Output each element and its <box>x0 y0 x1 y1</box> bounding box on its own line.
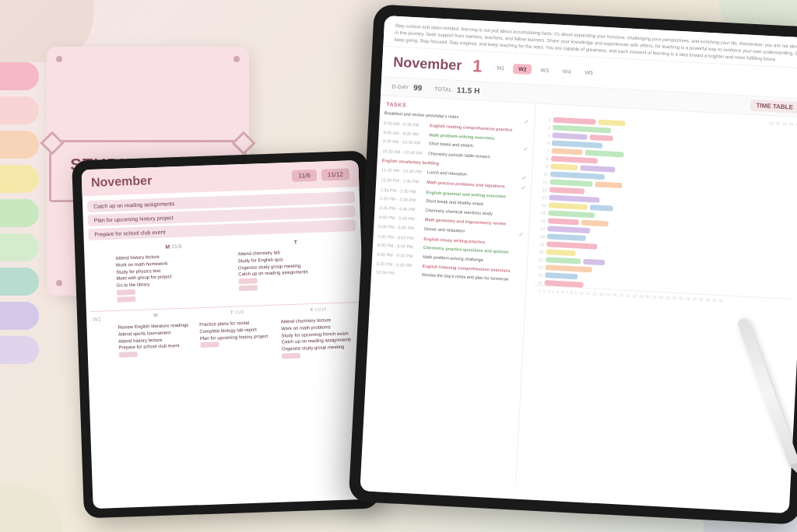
task-time-3: 9:30 AM - 10:30 AM <box>383 138 426 147</box>
time-num-23: 23 <box>533 272 542 278</box>
sticky-tab-5[interactable] <box>0 199 39 227</box>
bar-13-1 <box>549 194 599 202</box>
bar-21-2 <box>583 259 605 265</box>
tl-fri-checkbox-1[interactable] <box>282 353 300 359</box>
sticky-tab-9[interactable] <box>0 336 39 364</box>
tr-time-bars: 3 4 5 6 <box>533 117 797 299</box>
sticky-tab-4[interactable] <box>0 165 39 193</box>
num-20: 20 <box>645 294 650 299</box>
num-5: 5 <box>556 289 559 294</box>
tl-month: November <box>91 173 153 190</box>
task-time-8: 1:30 PM - 2:30 PM <box>380 187 423 196</box>
task-time-17: 9:30 PM - 9:30 PM <box>376 261 419 269</box>
time-num-8: 8 <box>539 156 549 161</box>
time-num-14: 14 <box>537 202 546 208</box>
time-num-15: 15 <box>536 210 546 215</box>
col-spacer3 <box>91 324 116 369</box>
tl-body: Catch up on reading assignments Plan for… <box>83 187 366 373</box>
num-31: 31 <box>719 298 724 303</box>
bar-3-1 <box>553 117 595 124</box>
num-29: 29 <box>705 297 710 302</box>
num-27: 27 <box>692 296 697 301</box>
sticky-tab-1[interactable] <box>0 62 39 90</box>
num-1: 1 <box>539 289 541 293</box>
time-num-21: 21 <box>534 257 543 262</box>
bar-12-1 <box>549 187 585 194</box>
num-22: 22 <box>659 295 664 299</box>
task-time-14: 7:00 PM - 8:00 PM <box>377 233 420 242</box>
time-num-9: 9 <box>539 163 548 169</box>
tl-tue-checkbox-2[interactable] <box>239 285 258 292</box>
num-25: 25 <box>679 296 683 300</box>
task-time-6: 11:45 AM - 12:30 PM <box>381 167 424 176</box>
tr-dday-value: 99 <box>413 83 423 93</box>
task-time-15: 8:00 PM - 9:00 PM <box>377 243 420 251</box>
time-num-10: 10 <box>539 171 548 177</box>
bar-6-1 <box>552 140 602 148</box>
time-num-22: 22 <box>534 264 543 270</box>
bar-22-1 <box>546 264 592 272</box>
tl-thu-checkbox-1[interactable] <box>200 342 219 348</box>
tablet-left-screen: November 11/6 11/12 Catch up on reading … <box>82 160 370 509</box>
tr-weekday-w2: W2 <box>513 63 532 74</box>
bar-8-1 <box>551 156 598 163</box>
tl-date-start: 11/6 <box>292 169 317 181</box>
tl-tue-cell: Attend chemistry lab Study for English q… <box>236 246 358 301</box>
bar-18-1 <box>547 233 586 241</box>
bar-7-1 <box>551 148 582 155</box>
bar-20-1 <box>546 249 576 256</box>
tr-weekday-w5: W5 <box>579 67 599 78</box>
task-time-4: 10:30 AM - 10:40 AM <box>382 149 425 157</box>
tl-thu-cell: Practice plans for recital Complete biol… <box>198 318 279 366</box>
dot-tr <box>233 56 240 62</box>
num-26: 26 <box>686 296 690 301</box>
task-time-2: 8:30 AM - 9:30 AM <box>383 130 426 138</box>
tr-total-value: 11.5 H <box>457 86 480 96</box>
col-spacer <box>89 244 112 254</box>
dot-bl <box>56 280 62 286</box>
time-num-18: 18 <box>535 233 545 239</box>
tl-mon-cell: Attend history lecture Work on math home… <box>114 250 236 306</box>
task-check-7: ✓ <box>521 184 526 191</box>
tablet-right-screen: Stay curious and open-minded; learning i… <box>360 16 797 513</box>
num-2: 2 <box>543 289 546 293</box>
tr-total-label: TOTAL <box>434 86 452 92</box>
sticky-tab-6[interactable] <box>0 233 39 261</box>
time-num-13: 13 <box>537 194 546 200</box>
bar-5-1 <box>552 132 587 139</box>
tablet-right: Stay curious and open-minded; learning i… <box>349 4 797 524</box>
tl-goals: Catch up on reading assignments Plan for… <box>87 191 356 240</box>
sticky-tab-2[interactable] <box>0 96 39 124</box>
tl-wed-checkbox-1[interactable] <box>119 352 138 358</box>
tl-date-end: 11/12 <box>321 168 350 180</box>
sticky-tab-3[interactable] <box>0 131 39 159</box>
tl-mon-checkbox-1[interactable] <box>117 289 135 296</box>
task-time-11: 3:45 PM - 4:45 PM <box>379 205 422 214</box>
task-time-9: 2:30 PM - 3:30 PM <box>380 196 423 205</box>
time-scale-10: 10 <box>769 121 774 125</box>
task-time-12: 4:45 PM - 5:45 PM <box>379 215 422 223</box>
sticky-tab-8[interactable] <box>0 302 39 330</box>
sticky-tabs <box>0 62 39 364</box>
dot-tl <box>56 56 62 62</box>
num-8: 8 <box>570 290 572 295</box>
tr-weekday-w3: W3 <box>535 65 554 75</box>
tl-tue-checkbox-1[interactable] <box>239 278 258 285</box>
time-num-7: 7 <box>539 148 549 153</box>
bar-14-2 <box>590 205 613 212</box>
bar-15-1 <box>548 210 595 218</box>
bar-23-1 <box>545 272 578 279</box>
bar-17-1 <box>547 226 590 233</box>
task-check-13: ✓ <box>518 231 524 238</box>
sticky-tab-7[interactable] <box>0 268 39 296</box>
bar-3-2 <box>598 120 625 127</box>
tl-fri-cell: Attend chemistry lecture Work on math pr… <box>279 315 361 362</box>
num-3: 3 <box>548 289 550 293</box>
bar-11-2 <box>595 181 622 188</box>
time-num-3: 3 <box>542 117 551 122</box>
num-19: 19 <box>639 294 644 299</box>
num-9: 9 <box>574 290 577 295</box>
tl-mon-checkbox-2[interactable] <box>117 296 135 303</box>
time-scale-20: 20 <box>775 121 780 125</box>
task-time-1: 8:00 AM - 8:30 AM <box>384 121 427 129</box>
